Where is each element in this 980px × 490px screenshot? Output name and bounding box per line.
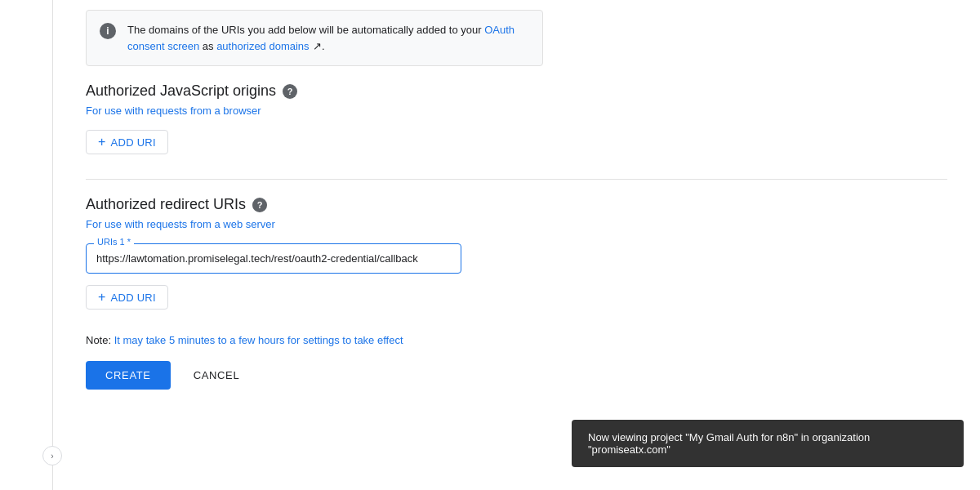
left-sidebar: › [0,0,53,490]
section-divider [86,179,947,180]
info-text-start: The domains of the URIs you add below wi… [127,24,484,36]
js-origins-section: Authorized JavaScript origins ? For use … [86,82,947,154]
cancel-button[interactable]: CANCEL [177,361,256,390]
redirect-uris-title: Authorized redirect URIs [86,196,246,213]
authorized-domains-link[interactable]: authorized domains [216,40,309,52]
note-text: Note: It may take 5 minutes to a few hou… [86,334,947,346]
uri-field-required: * [127,237,131,247]
note-highlight: It may take 5 minutes to a few hours for… [114,334,403,346]
main-content: i The domains of the URIs you add below … [53,0,980,490]
uri-input[interactable] [86,243,461,274]
info-text-middle: as [199,40,216,52]
add-uri-plus-icon: + [98,136,106,149]
toast-message: Now viewing project "My Gmail Auth for n… [588,431,870,456]
info-icon: i [100,23,116,39]
redirect-add-uri-plus-icon: + [98,291,106,304]
action-buttons: CREATE CANCEL [86,361,947,390]
note-prefix: Note: [86,334,114,346]
js-origins-help-icon[interactable]: ? [283,84,297,99]
uri-field-wrapper: URIs 1 * [86,243,461,274]
redirect-uris-header: Authorized redirect URIs ? [86,196,947,213]
redirect-uris-help-icon[interactable]: ? [252,198,267,212]
js-origins-subtitle: For use with requests from a browser [86,105,947,117]
js-origins-header: Authorized JavaScript origins ? [86,82,947,100]
info-text-end: . [322,40,325,52]
redirect-uris-section: Authorized redirect URIs ? For use with … [86,196,947,310]
toast-notification: Now viewing project "My Gmail Auth for n… [572,420,964,467]
collapse-sidebar-button[interactable]: › [42,446,62,466]
redirect-uris-add-uri-label: ADD URI [111,292,156,304]
info-banner-text: The domains of the URIs you add below wi… [127,22,529,54]
js-origins-add-uri-label: ADD URI [111,136,156,149]
info-banner: i The domains of the URIs you add below … [86,10,543,66]
js-origins-title: Authorized JavaScript origins [86,82,276,100]
js-origins-add-uri-button[interactable]: + ADD URI [86,130,168,154]
redirect-uris-add-uri-button[interactable]: + ADD URI [86,285,168,310]
redirect-uris-subtitle: For use with requests from a web server [86,218,947,230]
create-button[interactable]: CREATE [86,361,171,390]
uri-field-label: URIs 1 * [94,237,134,247]
